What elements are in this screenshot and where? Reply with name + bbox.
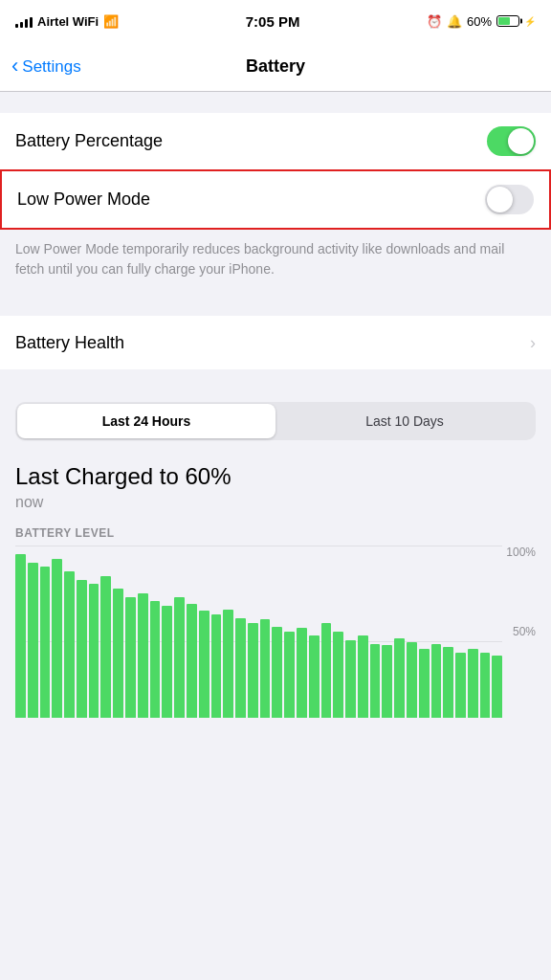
charging-bolt-icon: ⚡	[524, 16, 536, 27]
battery-health-label: Battery Health	[15, 333, 124, 353]
chart-bar	[345, 640, 356, 718]
toggle-thumb	[508, 128, 534, 154]
low-power-toggle-thumb	[487, 187, 513, 212]
chart-label: BATTERY LEVEL	[15, 526, 536, 540]
chart-bar	[64, 571, 75, 718]
back-arrow-icon: ‹	[11, 56, 18, 77]
segment-10days-button[interactable]: Last 10 Days	[276, 404, 534, 438]
chart-section: BATTERY LEVEL 100% 50% 0	[0, 515, 551, 737]
chart-bar	[455, 653, 466, 718]
chart-bar	[407, 642, 417, 718]
chart-bar	[492, 656, 502, 718]
chart-bar	[480, 653, 491, 718]
status-bar: Airtel WiFi 📶 7:05 PM ⏰ 🔔 60% ⚡	[0, 0, 551, 42]
chart-bar	[162, 606, 172, 718]
status-right: ⏰ 🔔 60% ⚡	[427, 14, 536, 29]
signal-bar-4	[30, 17, 33, 28]
segment-container: Last 24 Hours Last 10 Days	[0, 390, 551, 452]
y-label-100: 100%	[506, 546, 536, 559]
chart-bar	[28, 563, 38, 718]
chart-bar	[431, 644, 442, 718]
page-title: Battery	[246, 56, 305, 77]
battery-percentage-row: Battery Percentage	[0, 113, 551, 169]
chart-bar	[321, 623, 332, 718]
battery-percentage-label: Battery Percentage	[15, 131, 163, 151]
chart-bar	[468, 649, 478, 718]
back-label: Settings	[22, 57, 80, 77]
battery-indicator	[496, 15, 519, 27]
middle-spacer	[0, 295, 551, 316]
chart-bar	[187, 604, 197, 718]
chart-bar	[358, 635, 368, 718]
back-button[interactable]: ‹ Settings	[11, 57, 81, 77]
chart-bar	[52, 559, 62, 718]
battery-percentage-group: Battery Percentage	[0, 113, 551, 169]
chart-bar	[211, 614, 222, 718]
chart-bar	[150, 601, 161, 718]
chart-bar	[174, 597, 185, 718]
chart-bar	[235, 618, 246, 718]
signal-bar-2	[20, 22, 23, 28]
time-range-segment: Last 24 Hours Last 10 Days	[15, 402, 536, 440]
chart-bar	[333, 632, 343, 718]
y-label-50: 50%	[506, 625, 536, 638]
chart-bar	[77, 580, 87, 718]
signal-bar-3	[25, 19, 28, 28]
chart-bar	[125, 597, 136, 718]
chart-bar	[272, 627, 282, 718]
chevron-right-icon: ›	[530, 333, 536, 353]
signal-bars-icon	[15, 15, 33, 28]
chart-bar	[138, 593, 148, 718]
chart-bar	[248, 623, 258, 718]
battery-health-row[interactable]: Battery Health ›	[0, 316, 551, 369]
chart-y-labels: 100% 50% 0	[506, 546, 536, 737]
spacer-2	[0, 369, 551, 390]
battery-percent-label: 60%	[467, 14, 492, 29]
navigation-bar: ‹ Settings Battery	[0, 42, 551, 92]
chart-bar	[370, 644, 381, 718]
chart-bar	[443, 647, 453, 718]
battery-chart: 100% 50% 0	[15, 546, 536, 737]
top-spacer	[0, 92, 551, 113]
chart-bar	[113, 589, 123, 718]
clock-icon: 🔔	[447, 14, 462, 29]
chart-bar	[309, 635, 320, 718]
carrier-label: Airtel WiFi	[37, 14, 99, 29]
chart-bar	[284, 632, 295, 718]
signal-bar-1	[15, 24, 18, 28]
chart-bar	[394, 638, 405, 718]
chart-bar	[15, 554, 26, 718]
battery-health-group: Battery Health ›	[0, 316, 551, 369]
status-time: 7:05 PM	[246, 13, 300, 30]
segment-24h-button[interactable]: Last 24 Hours	[17, 404, 276, 438]
low-power-mode-row: Low Power Mode	[0, 169, 551, 230]
chart-bar	[223, 610, 233, 718]
charge-info-section: Last Charged to 60% now	[0, 452, 551, 515]
chart-bar	[382, 645, 392, 718]
wifi-icon: 📶	[103, 14, 119, 29]
alarm-icon: ⏰	[427, 14, 442, 29]
chart-bar	[260, 619, 271, 718]
chart-bar	[40, 567, 51, 718]
chart-bar	[419, 649, 430, 718]
chart-bar	[297, 628, 307, 718]
battery-fill	[498, 17, 510, 25]
chart-bar	[199, 611, 209, 718]
chart-bar	[100, 576, 111, 718]
battery-percentage-toggle[interactable]	[487, 126, 536, 156]
status-left: Airtel WiFi 📶	[15, 14, 119, 29]
low-power-mode-label: Low Power Mode	[17, 189, 150, 210]
low-power-description: Low Power Mode temporarily reduces backg…	[0, 230, 551, 295]
chart-bar	[89, 584, 99, 718]
chart-bars	[15, 546, 502, 718]
charge-subtitle: now	[15, 494, 536, 511]
charge-title: Last Charged to 60%	[15, 463, 536, 490]
low-power-mode-toggle[interactable]	[485, 185, 534, 214]
